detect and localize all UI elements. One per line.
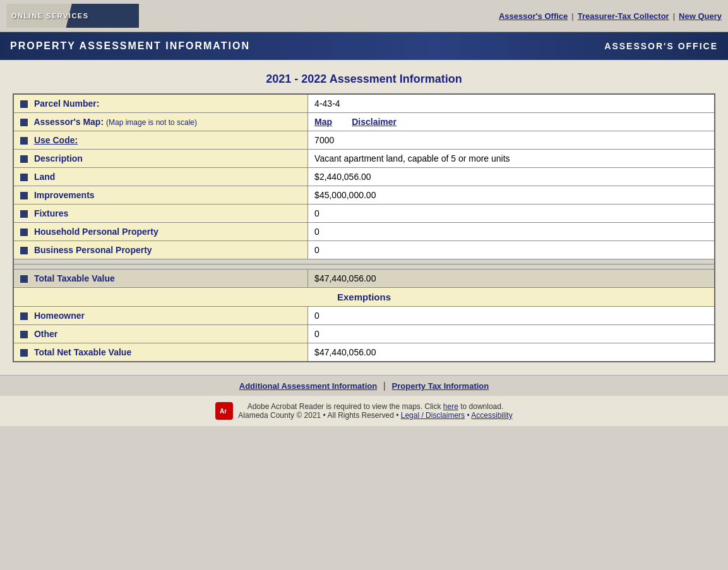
header-subtitle: Assessor's Office	[604, 41, 718, 51]
row-icon	[20, 275, 28, 283]
table-row: Parcel Number: 4-43-4	[13, 94, 715, 113]
total-taxable-value-row: Total Taxable Value $47,440,056.00	[13, 270, 715, 288]
total-net-value: $47,440,056.00	[308, 343, 715, 362]
description-label: Description	[13, 150, 308, 168]
bottom-footer: Ar Adobe Acrobat Reader is required to v…	[0, 396, 728, 426]
land-label: Land	[13, 168, 308, 186]
table-row: Fixtures 0	[13, 205, 715, 223]
new-query-link[interactable]: New Query	[679, 11, 722, 21]
fixtures-label: Fixtures	[13, 205, 308, 223]
property-tax-information-link[interactable]: Property Tax Information	[392, 381, 489, 391]
other-value: 0	[308, 325, 715, 343]
household-personal-property-label: Household Personal Property	[13, 223, 308, 241]
row-icon	[20, 192, 28, 199]
online-services-label: ONLINE SERVICES	[11, 12, 89, 20]
household-personal-property-value: 0	[308, 223, 715, 241]
table-row: Homeowner 0	[13, 307, 715, 325]
row-icon	[20, 247, 28, 254]
accessibility-link[interactable]: Accessibility	[471, 411, 512, 420]
use-code-link[interactable]: Use Code:	[34, 135, 78, 145]
table-row: Assessor's Map: (Map image is not to sca…	[13, 113, 715, 131]
fixtures-value: 0	[308, 205, 715, 223]
footer-links: Additional Assessment Information | Prop…	[0, 375, 728, 396]
row-icon	[20, 137, 28, 145]
row-icon	[20, 155, 28, 163]
table-row: Improvements $45,000,000.00	[13, 186, 715, 205]
parcel-number-value: 4-43-4	[308, 94, 715, 113]
exemptions-header: Exemptions	[13, 288, 715, 307]
total-net-label: Total Net Taxable Value	[13, 343, 308, 362]
map-link[interactable]: Map	[314, 117, 332, 127]
table-row: Land $2,440,056.00	[13, 168, 715, 186]
table-row: Other 0	[13, 325, 715, 343]
total-taxable-label: Total Taxable Value	[13, 270, 308, 288]
use-code-label: Use Code:	[13, 131, 308, 150]
business-personal-property-value: 0	[308, 241, 715, 259]
row-icon	[20, 210, 28, 218]
nav-separator-1: |	[571, 11, 573, 21]
bullet-separator: •	[467, 411, 469, 420]
row-icon	[20, 349, 28, 357]
header-banner: Property Assessment Information Assessor…	[0, 32, 728, 60]
row-icon	[20, 229, 28, 236]
table-row: Business Personal Property 0	[13, 241, 715, 259]
land-value: $2,440,056.00	[308, 168, 715, 186]
legal-disclaimers-link[interactable]: Legal / Disclaimers	[401, 411, 465, 420]
row-icon	[20, 312, 28, 320]
table-row: Use Code: 7000	[13, 131, 715, 150]
assessors-office-link[interactable]: Assessor's Office	[499, 11, 568, 21]
download-text: to download.	[460, 402, 503, 411]
assessors-map-links: Map Disclaimer	[308, 113, 715, 131]
homeowner-value: 0	[308, 307, 715, 325]
here-link[interactable]: here	[443, 402, 458, 411]
header-title: Property Assessment Information	[10, 40, 250, 52]
total-net-taxable-value-row: Total Net Taxable Value $47,440,056.00	[13, 343, 715, 362]
assessors-map-label: Assessor's Map: (Map image is not to sca…	[13, 113, 308, 131]
table-row: Household Personal Property 0	[13, 223, 715, 241]
homeowner-label: Homeowner	[13, 307, 308, 325]
additional-assessment-info-link[interactable]: Additional Assessment Information	[239, 381, 377, 391]
use-code-value: 7000	[308, 131, 715, 150]
improvements-label: Improvements	[13, 186, 308, 205]
svg-text:Ar: Ar	[220, 408, 227, 415]
table-row: Description Vacant apartment land, capab…	[13, 150, 715, 168]
description-value: Vacant apartment land, capable of 5 or m…	[308, 150, 715, 168]
main-content: 2021 - 2022 Assessment Information Parce…	[0, 60, 728, 375]
treasurer-tax-collector-link[interactable]: Treasurer-Tax Collector	[578, 11, 669, 21]
other-label: Other	[13, 325, 308, 343]
page-title: 2021 - 2022 Assessment Information	[13, 73, 715, 86]
row-icon	[20, 331, 28, 338]
map-sublabel: (Map image is not to scale)	[106, 118, 197, 127]
online-services-logo: ONLINE SERVICES	[6, 4, 139, 28]
acrobat-text: Adobe Acrobat Reader is required to view…	[248, 402, 441, 411]
nav-separator-2: |	[673, 11, 675, 21]
top-navigation: ONLINE SERVICES Assessor's Office | Trea…	[0, 0, 728, 32]
row-icon	[20, 100, 28, 108]
parcel-number-label: Parcel Number:	[13, 94, 308, 113]
spacer-row	[13, 259, 715, 264]
acrobat-icon: Ar	[215, 402, 233, 420]
exemptions-header-row: Exemptions	[13, 288, 715, 307]
footer-separator: |	[383, 381, 388, 391]
business-personal-property-label: Business Personal Property	[13, 241, 308, 259]
disclaimer-link[interactable]: Disclaimer	[352, 117, 397, 127]
assessment-table: Parcel Number: 4-43-4 Assessor's Map: (M…	[13, 93, 715, 362]
row-icon	[20, 174, 28, 181]
nav-links: Assessor's Office | Treasurer-Tax Collec…	[499, 11, 722, 21]
footer-text: Adobe Acrobat Reader is required to view…	[238, 402, 512, 420]
copyright-text: Alameda County © 2021 • All Rights Reser…	[238, 411, 398, 420]
improvements-value: $45,000,000.00	[308, 186, 715, 205]
spacer-row	[13, 264, 715, 270]
row-icon	[20, 119, 28, 126]
total-taxable-value: $47,440,056.00	[308, 270, 715, 288]
